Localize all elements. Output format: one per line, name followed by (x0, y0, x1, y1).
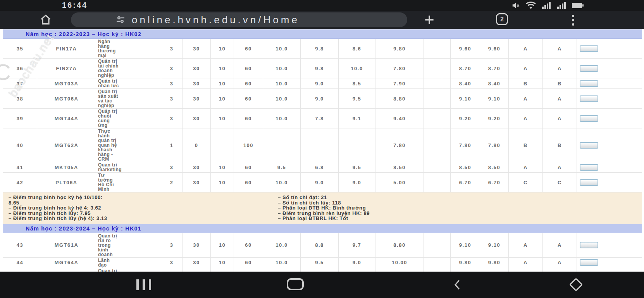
cell-empty (424, 109, 442, 128)
cell-weight-3: 60 (234, 109, 263, 128)
cell-course-code: FIN17A (37, 39, 96, 59)
grades-table: Năm học : 2022-2023 – Học kỳ : HK02 35 F… (3, 29, 642, 272)
semester-1-rows: 35 FIN17A Ngân hàng thương mại 3 30 10 6… (3, 39, 642, 192)
row-action-button[interactable] (580, 164, 598, 171)
cell-exam-score: 9.80 (375, 39, 424, 59)
cell-final-score: 9.60 (451, 39, 480, 59)
cell-credits: 3 (161, 233, 183, 257)
cell-action (577, 89, 642, 109)
cell-course-code: MKT05A (37, 162, 96, 173)
cell-score-3: 9.1 (339, 109, 375, 128)
tab-count: 2 (500, 16, 504, 23)
clock-text: 16:44 (62, 1, 88, 10)
cell-score-2: 9.0 (301, 89, 339, 109)
cell-course-name: Quản trị chuỗi cung ứng (96, 109, 161, 128)
cell-course-name: Quản trị sản xuất và tác nghiệp (96, 89, 161, 109)
cell-row-number: 37 (3, 78, 37, 89)
cell-weight-2: 10 (211, 109, 234, 128)
rotate-icon (569, 278, 583, 291)
new-tab-button[interactable] (423, 14, 436, 28)
cell-empty (442, 268, 451, 272)
cell-final-score: 8.50 (451, 162, 480, 173)
mute-icon (511, 1, 520, 10)
cell-score-2: 6.8 (301, 162, 339, 173)
cell-weight-2: 10 (211, 173, 234, 192)
cell-final-score-2: 8.40 (480, 78, 509, 89)
row-action-button[interactable] (580, 259, 598, 266)
row-action-button[interactable] (580, 45, 598, 52)
row-action-button[interactable] (580, 242, 598, 248)
cell-course-code: MGT03A (37, 78, 96, 89)
row-action-button[interactable] (580, 80, 598, 87)
cell-action (577, 173, 642, 192)
cell-weight-1: 30 (183, 162, 211, 173)
cell-course-code: MGT64A (37, 257, 96, 268)
cell-course-name: Quản trị marketing (96, 162, 161, 173)
cell-letter-grade-2: A (543, 109, 577, 128)
cell-weight-3: 60 (234, 233, 263, 257)
cell-empty (442, 59, 451, 78)
cell-weight-1: 30 (183, 89, 211, 109)
cell-empty (424, 268, 442, 272)
cell-letter-grade-2: A (543, 39, 577, 59)
status-icons (511, 1, 584, 10)
cell-score-3: 8.5 (339, 78, 375, 89)
row-action-button[interactable] (580, 95, 598, 102)
android-nav-bar (0, 272, 644, 298)
cell-weight-1: 30 (183, 39, 211, 59)
cell-row-number: 44 (3, 257, 37, 268)
cell-letter-grade-2: A (543, 89, 577, 109)
table-row: 44 MGT64A Lãnh đạo 3 30 10 60 10.0 9.5 9… (3, 257, 642, 268)
cell-weight-1: 30 (183, 78, 211, 89)
row-action-button[interactable] (580, 142, 598, 149)
cell-empty (424, 59, 442, 78)
table-row: 45 MKT18A Quản trị truyền thông 3 30 10 … (3, 268, 642, 272)
cell-letter-grade: A (509, 89, 543, 109)
cell-weight-3: 60 (234, 89, 263, 109)
summary-line: – Phân loại ĐTB HK: Bình thường (272, 205, 642, 211)
cell-credits: 3 (161, 39, 183, 59)
cell-score-3: 10.0 (339, 59, 375, 78)
cell-weight-3: 100 (234, 128, 263, 162)
cell-score-1: 10.0 (263, 39, 301, 59)
cell-score-2: 8.0 (301, 268, 339, 272)
site-settings-icon (115, 15, 126, 24)
row-action-button[interactable] (580, 115, 598, 122)
cell-letter-grade: A (509, 268, 543, 272)
cell-letter-grade: A (509, 162, 543, 173)
url-bar[interactable]: online.hvnh.edu.vn/Home (71, 12, 407, 27)
browser-home-button[interactable] (40, 14, 52, 28)
cell-letter-grade: A (509, 109, 543, 128)
row-action-button[interactable] (580, 65, 598, 72)
cell-empty (424, 162, 442, 173)
tab-switcher-button[interactable]: 2 (496, 13, 508, 25)
recents-button[interactable] (136, 279, 151, 290)
cell-score-1: 10.0 (263, 89, 301, 109)
cell-score-2: 8.8 (301, 233, 339, 257)
cell-course-code: MGT44A (37, 109, 96, 128)
android-home-button[interactable] (287, 278, 304, 290)
table-row: 38 MGT06A Quản trị sản xuất và tác nghiệ… (3, 89, 642, 109)
cell-weight-3: 60 (234, 257, 263, 268)
browser-menu-button[interactable] (571, 14, 575, 26)
table-row: 39 MGT44A Quản trị chuỗi cung ứng 3 30 1… (3, 109, 642, 128)
cell-action (577, 109, 642, 128)
cell-course-name: Quản trị rủi ro trong kinh doanh (96, 233, 161, 257)
wifi-icon (526, 1, 536, 10)
semester-header-row: Năm học : 2022-2023 – Học kỳ : HK02 (3, 30, 642, 39)
cell-empty (424, 233, 442, 257)
cell-final-score-2: 6.70 (480, 173, 509, 192)
rotate-screen-button[interactable] (571, 280, 581, 289)
cell-score-2 (301, 128, 339, 162)
semester-summary-right: – Số tín chỉ đạt: 21– Số tín chỉ tích lũ… (272, 195, 642, 221)
cell-score-2: 9.8 (301, 39, 339, 59)
cell-final-score: 9.20 (451, 109, 480, 128)
cell-score-1: 9.5 (263, 162, 301, 173)
menu-dot (572, 23, 574, 26)
cell-action (577, 233, 642, 257)
back-button[interactable] (453, 279, 462, 292)
cell-final-score: 9.10 (451, 233, 480, 257)
cell-final-score: 6.70 (451, 173, 480, 192)
semester-summary-row: – Điểm trung bình học kỳ hệ 10/100:8.65–… (3, 192, 642, 224)
row-action-button[interactable] (580, 179, 598, 186)
